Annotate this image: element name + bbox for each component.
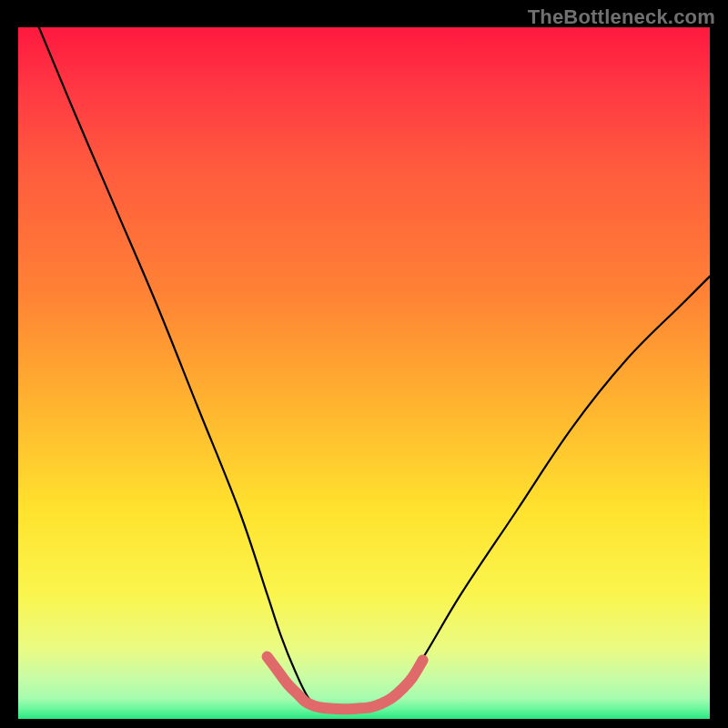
plot-area bbox=[18, 27, 710, 719]
trough-marker bbox=[268, 657, 423, 710]
curve-layer bbox=[18, 27, 710, 719]
main-curve bbox=[39, 27, 710, 713]
watermark-text: TheBottleneck.com bbox=[528, 5, 715, 29]
chart-frame: TheBottleneck.com bbox=[0, 0, 728, 728]
